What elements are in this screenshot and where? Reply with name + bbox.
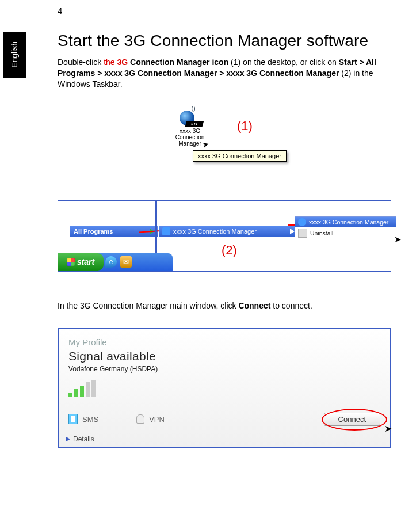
sms-link[interactable]: SMS [82, 415, 98, 424]
shortcut-label-line2: Connection [175, 134, 205, 140]
submenu-launch-label: xxxx 3G Connection Manager [309, 219, 388, 226]
details-toggle[interactable]: Details [66, 435, 94, 443]
signal-bars [68, 380, 380, 397]
callout-1: (1) [237, 119, 253, 134]
signal-status: Signal available [68, 349, 380, 363]
program-folder-label: xxxx 3G Connection Manager [173, 228, 257, 235]
submenu-uninstall-label: Uninstall [310, 230, 333, 237]
figure-start-menu: All Programs xxxx 3G Connection Manager … [58, 200, 391, 272]
intro-link: the [104, 58, 117, 67]
app-icon [298, 218, 306, 226]
folder-icon [162, 227, 170, 235]
intro-link-bold: 3G [117, 58, 131, 67]
carrier-name: Vodafone Germany (HSDPA) [68, 365, 380, 373]
highlight-ellipse [322, 409, 387, 431]
language-tab: English [3, 32, 26, 78]
page-number: 4 [58, 6, 62, 16]
intro-paragraph: Double-click the 3G Connection Manager i… [58, 57, 391, 90]
submenu-item-launch[interactable]: xxxx 3G Connection Manager [295, 217, 396, 227]
start-button[interactable]: start [58, 253, 104, 271]
figure-main-window: My Profile Signal available Vodafone Ger… [58, 328, 391, 448]
taskbar: start e ✉ [58, 253, 173, 271]
shortcut-label-line1: xxxx 3G [180, 128, 200, 134]
page-content: Start the 3G Connection Manager software… [58, 32, 391, 448]
submenu: xxxx 3G Connection Manager Uninstall ➤ [295, 216, 396, 239]
program-folder-item[interactable]: xxxx 3G Connection Manager [159, 226, 298, 237]
sms-icon [68, 414, 78, 424]
para2-text2: to connect. [270, 301, 312, 310]
all-programs-label: All Programs [74, 228, 113, 235]
cursor-icon: ➤ [384, 423, 392, 434]
lock-icon [136, 414, 144, 424]
windows-logo-icon [67, 258, 75, 266]
app-icon: )) 3G [178, 107, 202, 127]
3g-badge: 3G [185, 121, 204, 127]
callout-2: (2) [222, 243, 237, 258]
uninstall-icon [298, 229, 307, 238]
cursor-icon: ➤ [394, 234, 402, 245]
email-icon[interactable]: ✉ [120, 256, 132, 268]
start-button-label: start [77, 257, 94, 266]
ie-icon[interactable]: e [105, 256, 117, 268]
intro-text2: (1) on the desktop, or click on [228, 58, 338, 67]
my-profile-tab[interactable]: My Profile [68, 337, 380, 347]
figure-desktop-icon: )) 3G xxxx 3G Connection Manager ➤ xxxx … [58, 107, 391, 193]
language-label: English [10, 41, 19, 68]
signal-icon: )) [192, 107, 196, 111]
chevron-right-icon [66, 437, 70, 441]
submenu-item-uninstall[interactable]: Uninstall [295, 227, 396, 239]
para2-text1: In the 3G Connection Manager main window… [58, 301, 238, 310]
chevron-right-icon [290, 229, 295, 234]
tooltip: xxxx 3G Connection Manager [193, 150, 287, 162]
para2-connect: Connect [238, 301, 270, 310]
page-title: Start the 3G Connection Manager software [58, 32, 391, 50]
intro-text: Double-click [58, 58, 104, 67]
details-label: Details [73, 435, 94, 443]
desktop-shortcut[interactable]: )) 3G xxxx 3G Connection Manager ➤ [167, 107, 213, 147]
shortcut-label-line3: Manager [178, 140, 201, 147]
vpn-link[interactable]: VPN [149, 415, 165, 424]
intro-icon-name: Connection Manager icon [130, 58, 228, 67]
paragraph-connect: In the 3G Connection Manager main window… [58, 301, 391, 310]
